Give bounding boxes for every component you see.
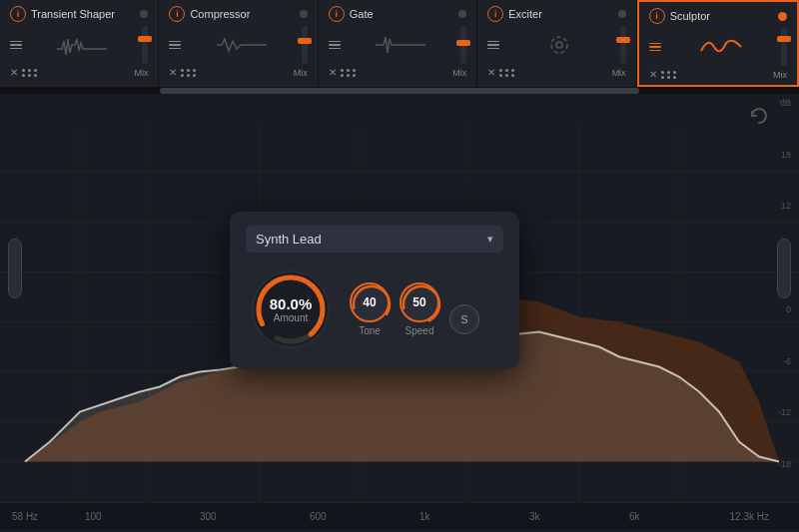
amount-knob[interactable]: 80.0% Amount [246,265,336,354]
s-button-label: S [460,313,467,325]
svg-point-20 [350,282,394,326]
fader-sculptor[interactable] [781,28,787,66]
mix-label-gate: Mix [452,68,466,78]
right-handle[interactable] [777,239,791,298]
speed-label: Speed [405,325,434,336]
waveform-compressor [187,31,295,59]
fader-transient[interactable] [142,26,148,64]
close-compressor[interactable]: ✕ [169,67,177,78]
preset-select[interactable]: Synth Lead ▾ [246,226,503,253]
popup-body: 80.0% Amount 40 [246,265,503,354]
fader-gate[interactable] [460,26,466,64]
menu-icon-sculptor[interactable] [649,43,661,52]
plugin-icon-exciter: i [487,6,503,22]
dots-sculptor [661,71,677,79]
plugin-icon-transient: i [10,6,26,22]
menu-icon-gate[interactable] [329,41,341,50]
preset-name: Synth Lead [256,232,322,247]
tone-label: Tone [359,325,381,336]
waveform-transient [28,31,136,59]
plugin-slot-compressor[interactable]: i Compressor ✕ [159,0,318,87]
dots-gate [341,69,357,77]
close-exciter[interactable]: ✕ [487,67,495,78]
freq-6k: 6k [629,511,640,522]
freq-300: 300 [200,511,217,522]
left-handle[interactable] [8,239,22,298]
freq-123khz: 12.3k Hz [730,511,769,522]
dots-transient [22,69,38,77]
freq-1k: 1k [419,511,430,522]
top-bar: i Transient Shaper ✕ [0,0,799,88]
small-knobs-group: 40 Tone 50 [350,282,479,336]
freq-3k: 3k [529,511,540,522]
svg-point-0 [551,37,567,53]
plugin-dot-sculptor [778,12,787,21]
waveform-gate [347,31,454,59]
plugin-name-sculptor: Sculptor [670,10,773,22]
plugin-name-transient: Transient Shaper [31,8,135,20]
plugin-slot-gate[interactable]: i Gate ✕ Mix [319,0,477,87]
tone-knob-wrap: 40 Tone [350,282,390,336]
menu-icon-compressor[interactable] [169,41,181,50]
dots-compressor [181,69,197,77]
small-knobs-row: 40 Tone 50 [350,282,479,336]
mix-label-compressor: Mix [294,68,308,78]
close-gate[interactable]: ✕ [329,67,337,78]
preset-header: Synth Lead ▾ [246,226,503,253]
mix-label-sculptor: Mix [773,70,787,80]
fader-exciter[interactable] [620,26,626,64]
speed-knob-wrap: 50 Speed [400,282,439,336]
plugin-dot-gate [458,10,466,18]
dots-exciter [499,69,515,77]
plugin-dot-transient [140,10,148,18]
mix-label-exciter: Mix [612,68,626,78]
db-label-0: 0 [778,304,791,314]
db-label-minus12: -12 [778,407,791,417]
sculptor-popup: Synth Lead ▾ 80.0% Amount [230,212,519,368]
plugin-slot-exciter[interactable]: i Exciter ✕ [477,0,636,87]
mix-label-transient: Mix [134,68,148,78]
plugin-dot-compressor [300,10,308,18]
db-label-minus18: -18 [778,459,791,469]
fader-compressor[interactable] [302,26,308,64]
db-label-minus6: -6 [778,356,791,366]
waveform-exciter [505,31,613,59]
db-label-18: 18 [778,150,791,160]
amount-display: 80.0% Amount [270,295,313,323]
svg-point-21 [400,282,443,326]
plugin-name-compressor: Compressor [190,8,294,20]
freq-58hz: 58 Hz [12,511,38,522]
freq-100: 100 [85,511,102,522]
refresh-icon[interactable] [747,104,771,128]
plugin-dot-exciter [618,10,626,18]
plugin-name-gate: Gate [350,8,453,20]
plugin-icon-sculptor: i [649,8,665,24]
tone-knob[interactable]: 40 [350,282,390,322]
amount-value: 80.0% [270,295,313,312]
freq-600: 600 [310,511,327,522]
plugin-icon-gate: i [329,6,345,22]
plugin-slot-sculptor[interactable]: i Sculptor ✕ [637,0,799,87]
plugin-name-exciter: Exciter [508,8,612,20]
chevron-down-icon: ▾ [487,233,493,246]
main-area: dB 18 12 6 0 -6 -12 -18 Synth Lead ▾ [0,94,799,530]
db-label-top: dB [778,98,791,108]
speed-knob[interactable]: 50 [400,282,439,322]
amount-label: Amount [270,312,313,323]
close-transient[interactable]: ✕ [10,67,18,78]
menu-icon-transient[interactable] [10,41,22,50]
freq-labels-bar: 58 Hz 100 300 600 1k 3k 6k 12.3k Hz [0,502,799,530]
close-sculptor[interactable]: ✕ [649,69,657,80]
svg-point-1 [556,42,562,48]
menu-icon-exciter[interactable] [487,41,499,50]
db-label-12: 12 [778,201,791,211]
plugin-slot-transient-shaper[interactable]: i Transient Shaper ✕ [0,0,159,87]
plugin-icon-compressor: i [169,6,185,22]
waveform-sculptor [667,33,775,61]
s-button[interactable]: S [449,304,479,334]
